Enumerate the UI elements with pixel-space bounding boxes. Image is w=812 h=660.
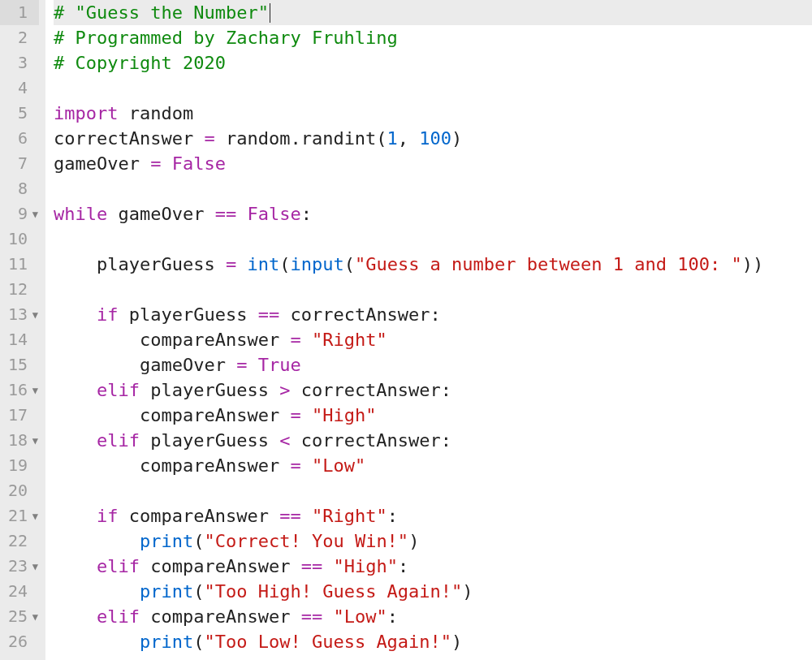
code-token: # "Guess the Number": [54, 0, 269, 25]
code-token: ): [408, 528, 419, 554]
code-line[interactable]: compareAnswer = "Low": [54, 453, 812, 478]
gutter-line[interactable]: 9▼: [0, 201, 39, 226]
code-line[interactable]: # Programmed by Zachary Fruhling: [54, 25, 812, 50]
gutter-line[interactable]: 3: [0, 50, 39, 75]
line-number: 26: [8, 629, 39, 654]
gutter-line[interactable]: 5: [0, 101, 39, 126]
code-token: [54, 503, 97, 528]
code-line[interactable]: [54, 75, 812, 101]
code-token: )): [742, 252, 764, 277]
code-line[interactable]: compareAnswer = "Right": [54, 327, 812, 352]
gutter-line[interactable]: 23▼: [0, 554, 39, 579]
gutter-line[interactable]: 13▼: [0, 302, 39, 327]
gutter-line[interactable]: 6: [0, 126, 39, 151]
code-token: playerGuess: [140, 377, 279, 403]
fold-arrow-icon[interactable]: ▼: [32, 428, 38, 453]
gutter-line[interactable]: 22: [0, 528, 39, 554]
gutter-line[interactable]: 19: [0, 453, 39, 478]
line-number: 6: [18, 126, 39, 151]
gutter-line[interactable]: 4: [0, 75, 39, 101]
code-token: =: [226, 252, 236, 277]
code-token: random.randint(: [215, 126, 387, 151]
gutter-line[interactable]: 14: [0, 327, 39, 352]
code-token: [301, 453, 312, 478]
fold-arrow-icon[interactable]: ▼: [32, 554, 38, 579]
code-line[interactable]: # "Guess the Number": [54, 0, 812, 25]
line-number: 11: [8, 252, 39, 277]
code-token: ==: [258, 302, 280, 327]
gutter-line[interactable]: 15: [0, 352, 39, 377]
code-line[interactable]: [54, 176, 812, 201]
fold-arrow-icon[interactable]: ▼: [32, 302, 38, 327]
line-number: 10: [8, 226, 39, 252]
line-number: 3: [18, 50, 39, 75]
code-line[interactable]: elif playerGuess > correctAnswer:: [54, 377, 812, 403]
gutter-line[interactable]: 20: [0, 478, 39, 503]
gutter-line[interactable]: 16▼: [0, 377, 39, 403]
code-token: ): [451, 629, 462, 654]
code-line[interactable]: compareAnswer = "High": [54, 403, 812, 428]
code-line[interactable]: playerGuess = int(input("Guess a number …: [54, 252, 812, 277]
code-line[interactable]: if playerGuess == correctAnswer:: [54, 302, 812, 327]
code-token: if: [97, 503, 119, 528]
line-number: 24: [8, 579, 39, 604]
code-token: >: [279, 377, 290, 403]
code-token: [54, 554, 97, 579]
gutter-line[interactable]: 12: [0, 277, 39, 302]
code-line[interactable]: if compareAnswer == "Right":: [54, 503, 812, 528]
code-token: [301, 327, 312, 352]
code-line[interactable]: [54, 277, 812, 302]
code-line[interactable]: print("Too High! Guess Again!"): [54, 579, 812, 604]
gutter-line[interactable]: 25▼: [0, 604, 39, 629]
gutter-line[interactable]: 10: [0, 226, 39, 252]
code-token: 1: [387, 126, 398, 151]
gutter-line[interactable]: 17: [0, 403, 39, 428]
line-number: 19: [8, 453, 39, 478]
line-number: 17: [8, 403, 39, 428]
code-line[interactable]: elif compareAnswer == "Low":: [54, 604, 812, 629]
code-token: (: [193, 528, 204, 554]
code-line[interactable]: while gameOver == False:: [54, 201, 812, 226]
code-token: gameOver: [54, 151, 150, 176]
code-token: # Programmed by Zachary Fruhling: [54, 25, 398, 50]
fold-arrow-icon[interactable]: ▼: [32, 604, 38, 629]
gutter-line[interactable]: 18▼: [0, 428, 39, 453]
code-line[interactable]: # Copyright 2020: [54, 50, 812, 75]
gutter-line[interactable]: 8: [0, 176, 39, 201]
gutter-line[interactable]: 21▼: [0, 503, 39, 528]
code-token: elif: [97, 604, 140, 629]
code-line[interactable]: print("Correct! You Win!"): [54, 528, 812, 554]
code-line[interactable]: gameOver = True: [54, 352, 812, 377]
gutter-line[interactable]: 24: [0, 579, 39, 604]
code-token: # Copyright 2020: [54, 50, 226, 75]
gutter-line[interactable]: 1: [0, 0, 39, 25]
code-token: compareAnswer: [140, 604, 301, 629]
code-token: [247, 352, 257, 377]
code-token: gameOver: [54, 352, 236, 377]
code-token: print: [140, 579, 193, 604]
code-line[interactable]: import random: [54, 101, 812, 126]
code-line[interactable]: [54, 226, 812, 252]
gutter-line[interactable]: 26: [0, 629, 39, 654]
code-line[interactable]: elif compareAnswer == "High":: [54, 554, 812, 579]
gutter-line[interactable]: 7: [0, 151, 39, 176]
fold-arrow-icon[interactable]: ▼: [32, 201, 38, 226]
code-line[interactable]: correctAnswer = random.randint(1, 100): [54, 126, 812, 151]
code-token: "High": [333, 554, 397, 579]
code-line[interactable]: [54, 478, 812, 503]
code-token: input: [290, 252, 343, 277]
gutter-line[interactable]: 11: [0, 252, 39, 277]
code-token: [54, 428, 97, 453]
code-line[interactable]: print("Too Low! Guess Again!"): [54, 629, 812, 654]
gutter-line[interactable]: 2: [0, 25, 39, 50]
code-token: if: [97, 302, 119, 327]
code-line[interactable]: gameOver = False: [54, 151, 812, 176]
fold-arrow-icon[interactable]: ▼: [32, 503, 38, 528]
code-line[interactable]: elif playerGuess < correctAnswer:: [54, 428, 812, 453]
code-token: compareAnswer: [140, 554, 301, 579]
code-token: "Right": [312, 327, 387, 352]
line-number: 4: [18, 75, 39, 101]
code-token: gameOver: [107, 201, 214, 226]
code-editor-area[interactable]: # "Guess the Number"# Programmed by Zach…: [45, 0, 812, 660]
fold-arrow-icon[interactable]: ▼: [32, 377, 38, 403]
